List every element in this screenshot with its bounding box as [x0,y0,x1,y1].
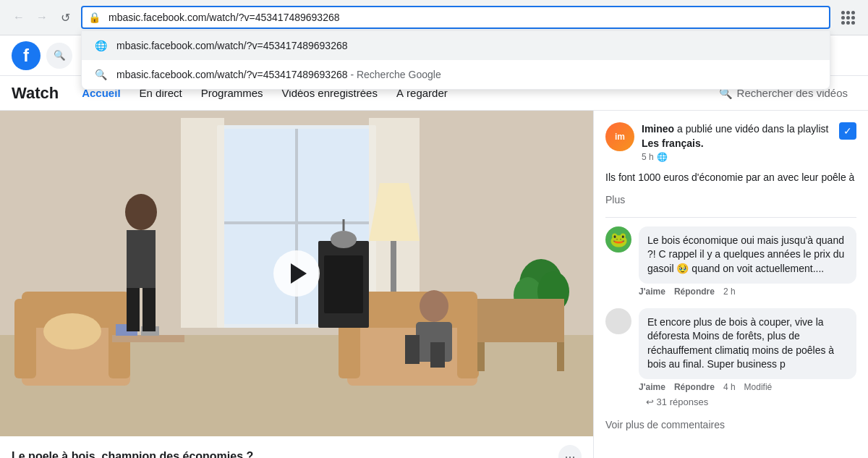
svg-rect-19 [112,335,184,342]
browser-menu-button[interactable] [836,6,859,29]
comment-1-content: Le bois économique oui mais jusqu'à quan… [639,226,856,297]
globe-icon-small: 🌐 [657,152,668,162]
svg-rect-28 [405,335,420,364]
svg-rect-18 [457,299,479,378]
plus-link[interactable]: Plus [605,194,856,205]
comment-2-modified: Modifié [744,382,773,392]
play-button[interactable] [273,250,320,297]
grid-dots-icon [841,11,855,25]
address-bar-container: 🔒 🌐 mbasic.facebook.com/watch/?v=4534174… [81,6,830,29]
comment-1-avatar: 🐸 [605,226,631,253]
sidebar: im Imineo a publié une vidéo dans la pla… [593,111,868,458]
play-icon [291,263,307,284]
comment-2-time: 4 h [723,382,736,392]
svg-point-26 [420,290,448,322]
comment-2-content: Et encore plus de bois à couper, vive la… [639,308,856,407]
facebook-page: f 🔍 Watch Accueil En direct Programmes V… [0,35,868,458]
search-icon: 🔍 [93,67,108,82]
globe-icon: 🌐 [93,38,108,53]
suggestion-item-2[interactable]: 🔍 mbasic.facebook.com/watch/?v=453417489… [82,60,830,89]
suggestion-item-1[interactable]: 🌐 mbasic.facebook.com/watch/?v=453417489… [82,31,830,60]
more-options-button[interactable]: ··· [558,445,582,458]
comment-2-avatar [605,308,631,334]
video-description: Ils font 1000 euros d'économie par an av… [605,171,856,185]
comment-2-like[interactable]: J'aime [639,382,665,392]
publisher-meta: 5 h 🌐 [642,152,832,162]
lock-icon: 🔒 [88,12,101,23]
browser-chrome: ← → ↺ 🔒 🌐 mbasic.facebook.com/watch/?v=4… [0,0,868,35]
video-player [0,111,593,436]
svg-point-36 [331,231,357,248]
svg-rect-25 [142,288,156,331]
back-button[interactable]: ← [9,7,29,27]
comment-1-bubble: Le bois économique oui mais jusqu'à quan… [639,226,856,284]
publisher-row: im Imineo a publié une vidéo dans la pla… [605,122,856,162]
video-section: Le poele à bois, champion des économies … [0,111,593,458]
playlist-name[interactable]: Les français. [642,137,704,149]
address-input[interactable] [81,6,830,29]
video-title: Le poele à bois, champion des économies … [12,450,253,458]
svg-point-22 [125,194,157,230]
main-content: Le poele à bois, champion des économies … [0,111,868,458]
publisher-name[interactable]: Imineo [642,123,674,135]
svg-rect-38 [477,299,564,342]
comment-1-reply[interactable]: Répondre [674,287,715,297]
svg-point-14 [43,313,101,349]
suggestion-text-2: mbasic.facebook.com/watch/?v=45341748969… [116,69,441,80]
svg-rect-5 [181,118,224,328]
divider-1 [605,217,856,218]
browser-toolbar: ← → ↺ 🔒 🌐 mbasic.facebook.com/watch/?v=4… [0,0,868,35]
suggestion-suffix: - Recherche Google [348,69,441,80]
replies-link[interactable]: ↩ 31 réponses [646,396,856,407]
comment-2-bubble: Et encore plus de bois à couper, vive la… [639,308,856,379]
nav-buttons: ← → ↺ [9,7,75,27]
svg-rect-12 [14,299,36,378]
publisher-avatar: im [605,122,634,151]
comment-1-like[interactable]: J'aime [639,287,665,297]
comment-1: 🐸 Le bois économique oui mais jusqu'à qu… [605,226,856,297]
voir-plus-link[interactable]: Voir plus de commentaires [605,419,856,431]
video-thumbnail [0,111,593,436]
svg-rect-39 [477,342,485,371]
suggestion-text-1: mbasic.facebook.com/watch/?v=45341748969… [116,40,348,51]
svg-rect-40 [557,342,564,371]
svg-rect-23 [127,230,156,288]
facebook-logo: f [12,41,41,70]
publisher-info: Imineo a publié une vidéo dans la playli… [642,122,832,162]
publisher-badge: ✓ [839,122,856,140]
suggestion-dropdown: 🌐 mbasic.facebook.com/watch/?v=453417489… [81,30,830,90]
comment-1-time: 2 h [723,287,736,297]
forward-button[interactable]: → [32,7,52,27]
publish-time: 5 h [642,152,654,162]
comment-1-actions: J'aime Répondre 2 h [639,287,856,297]
comment-2-actions: J'aime Répondre 4 h Modifié [639,382,856,392]
publisher-text: Imineo a publié une vidéo dans la playli… [642,122,832,150]
watch-title: Watch [12,84,59,103]
svg-rect-31 [324,255,363,313]
comment-2: Et encore plus de bois à couper, vive la… [605,308,856,407]
comment-2-reply[interactable]: Répondre [674,382,715,392]
search-icon: 🔍 [54,50,66,61]
video-caption: Le poele à bois, champion des économies … [0,436,593,458]
svg-rect-24 [127,288,140,331]
refresh-button[interactable]: ↺ [55,7,75,27]
fb-search-button[interactable]: 🔍 [46,43,72,69]
svg-rect-29 [430,342,445,368]
